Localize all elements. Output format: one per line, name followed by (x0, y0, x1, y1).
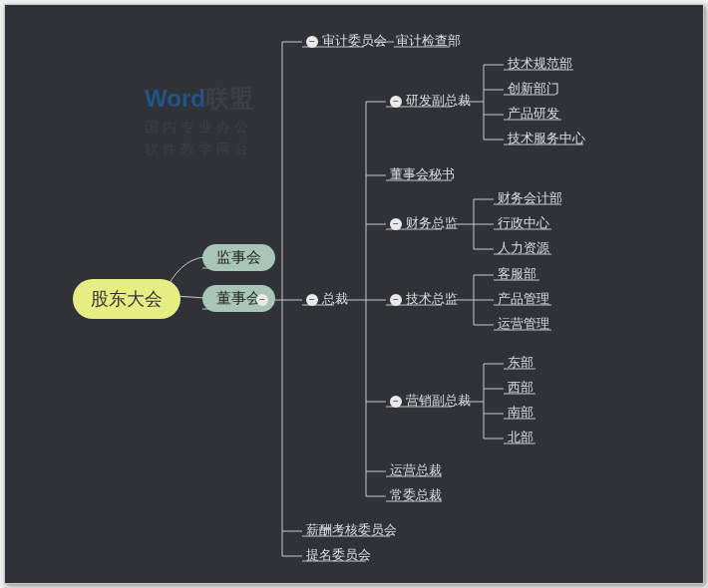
node-operations-president[interactable]: 运营总裁 (390, 461, 442, 479)
collapse-marker-icon[interactable]: − (390, 96, 402, 108)
node-sales-vp[interactable]: 营销副总裁 (406, 392, 471, 410)
node-east[interactable]: 东部 (508, 354, 533, 372)
node-compensation-committee[interactable]: 薪酬考核委员会 (306, 521, 397, 539)
node-tech-service-center[interactable]: 技术服务中心 (508, 130, 585, 147)
node-tech-spec-dept[interactable]: 技术规范部 (508, 55, 572, 73)
root-node[interactable]: 股东大会 (73, 279, 180, 319)
node-nomination-committee[interactable]: 提名委员会 (306, 546, 371, 564)
node-tech-director[interactable]: 技术总监 (406, 290, 458, 308)
collapse-marker-icon[interactable]: − (390, 294, 402, 306)
watermark-sub-1: 国内专业办公 (145, 119, 253, 137)
watermark-word-2: 联盟 (205, 85, 253, 112)
watermark-sub-2: 软件教学网台 (145, 141, 253, 158)
collapse-marker-icon[interactable]: − (306, 36, 318, 48)
node-audit-inspection[interactable]: 审计检查部 (396, 32, 461, 50)
collapse-marker-icon[interactable]: − (390, 396, 402, 408)
node-south[interactable]: 南部 (508, 404, 533, 422)
collapse-marker-icon[interactable]: − (256, 294, 268, 306)
collapse-marker-icon[interactable]: − (390, 218, 402, 230)
node-finance-accounting[interactable]: 财务会计部 (498, 189, 562, 207)
node-audit-committee[interactable]: 审计委员会 (322, 32, 387, 50)
node-ops-mgmt[interactable]: 运营管理 (498, 315, 549, 333)
node-standing-president[interactable]: 常委总裁 (390, 486, 442, 504)
node-north[interactable]: 北部 (508, 429, 533, 446)
node-product-rnd[interactable]: 产品研发 (508, 105, 559, 123)
watermark-word-1: Word (145, 85, 205, 112)
node-president[interactable]: 总裁 (322, 290, 348, 308)
watermark: Word联盟 国内专业办公 软件教学网台 (145, 83, 253, 158)
collapse-marker-icon[interactable]: − (306, 294, 318, 306)
node-innovation-dept[interactable]: 创新部门 (508, 80, 559, 98)
node-finance-director[interactable]: 财务总监 (406, 214, 458, 232)
node-board-secretary[interactable]: 董事会秘书 (390, 165, 455, 183)
node-supervisory-board[interactable]: 监事会 (202, 244, 275, 271)
node-west[interactable]: 西部 (508, 379, 533, 397)
node-product-mgmt[interactable]: 产品管理 (498, 290, 549, 308)
node-customer-service[interactable]: 客服部 (498, 265, 536, 283)
node-rnd-vp[interactable]: 研发副总裁 (406, 92, 471, 110)
node-admin-center[interactable]: 行政中心 (498, 214, 549, 232)
mindmap-canvas[interactable]: Word联盟 国内专业办公 软件教学网台 (4, 4, 704, 584)
node-hr[interactable]: 人力资源 (498, 239, 549, 257)
